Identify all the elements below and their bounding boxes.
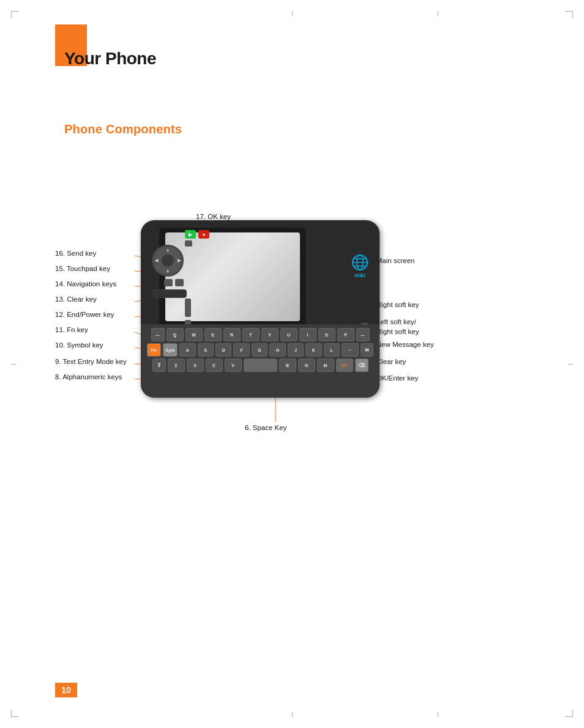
keyboard-row-1: — Q W E R T Y U I O P — bbox=[147, 328, 373, 341]
touchpad-key[interactable] bbox=[185, 240, 192, 247]
att-logo: at&t bbox=[348, 239, 372, 294]
key-r[interactable]: R bbox=[223, 328, 241, 341]
key-u[interactable]: U bbox=[280, 328, 298, 341]
lg-logo: LG bbox=[263, 309, 277, 318]
right-soft-key-left[interactable] bbox=[175, 279, 184, 286]
key-o[interactable]: O bbox=[318, 328, 335, 341]
key-a[interactable]: A bbox=[179, 343, 195, 357]
key-b[interactable]: B bbox=[279, 358, 296, 372]
key-dash-left[interactable]: — bbox=[151, 328, 165, 341]
tick-bot-right bbox=[438, 712, 438, 717]
key-z[interactable]: Z bbox=[168, 358, 185, 372]
key-shift[interactable]: ⇧ bbox=[152, 358, 166, 372]
section-heading: Phone Components bbox=[64, 122, 182, 136]
annotation-8: 8. Alphanumeric keys bbox=[55, 373, 122, 381]
key-q[interactable]: Q bbox=[167, 328, 184, 341]
key-sym[interactable]: Sym bbox=[163, 343, 178, 357]
corner-mark-tr bbox=[566, 11, 573, 18]
annotation-6: 6. Space Key bbox=[245, 424, 286, 431]
keyboard-row-2: Fn Sym A S D F G H J K L ← ✉ bbox=[147, 343, 373, 357]
key-message[interactable]: ✉ bbox=[361, 343, 373, 357]
annotation-9: 9. Text Entry Mode key bbox=[55, 358, 127, 365]
key-h[interactable]: H bbox=[269, 343, 285, 357]
key-dash-right[interactable]: — bbox=[356, 328, 370, 341]
key-space[interactable] bbox=[244, 358, 277, 372]
key-n[interactable]: N bbox=[298, 358, 315, 372]
key-backspace[interactable]: ← bbox=[342, 343, 359, 357]
key-m[interactable]: M bbox=[317, 358, 334, 372]
key-w[interactable]: W bbox=[185, 328, 203, 341]
clear-key-left[interactable] bbox=[164, 279, 173, 286]
key-e[interactable]: E bbox=[204, 328, 222, 341]
annotation-12: 12. End/Power key bbox=[55, 311, 114, 318]
key-v[interactable]: V bbox=[225, 358, 242, 372]
tick-right-top bbox=[568, 364, 573, 365]
keyboard-area: — Q W E R T Y U I O P — Fn Sym A S D F bbox=[141, 324, 380, 398]
key-s[interactable]: S bbox=[198, 343, 214, 357]
nav-right-arrow: ▶ bbox=[178, 258, 181, 263]
annotation-10: 10. Symbol key bbox=[55, 341, 103, 349]
key-c[interactable]: C bbox=[206, 358, 223, 372]
phone-diagram: 16. Send key 15. Touchpad key 14. Naviga… bbox=[55, 190, 471, 447]
nav-arrows: ▲ ▼ ◀ ▶ bbox=[153, 246, 182, 275]
corner-mark-bl bbox=[11, 710, 18, 717]
key-x[interactable]: X bbox=[187, 358, 204, 372]
key-t[interactable]: T bbox=[242, 328, 260, 341]
nav-left-arrow: ◀ bbox=[155, 258, 158, 263]
key-i[interactable]: I bbox=[299, 328, 316, 341]
nav-up-arrow: ▲ bbox=[166, 248, 170, 252]
end-key[interactable]: ● bbox=[198, 230, 209, 239]
phone-body: at&t ▶ ● ▲ ▼ bbox=[141, 220, 380, 398]
key-l[interactable]: L bbox=[324, 343, 340, 357]
nav-down-arrow: ▼ bbox=[166, 269, 170, 273]
annotation-17: 17. OK key bbox=[196, 213, 231, 220]
left-indicator bbox=[185, 299, 191, 317]
key-ok[interactable]: OK bbox=[336, 358, 353, 372]
annotation-16: 16. Send key bbox=[55, 250, 96, 257]
key-fn[interactable]: Fn bbox=[147, 343, 161, 357]
page-number-box: 10 bbox=[55, 683, 77, 697]
send-key[interactable]: ▶ bbox=[185, 230, 196, 239]
navigation-keys[interactable]: ▲ ▼ ◀ ▶ bbox=[152, 245, 184, 277]
annotation-15: 15. Touchpad key bbox=[55, 265, 110, 272]
annotation-13: 13. Clear key bbox=[55, 295, 97, 303]
key-y[interactable]: Y bbox=[261, 328, 279, 341]
key-f[interactable]: F bbox=[233, 343, 249, 357]
tick-left-top bbox=[11, 364, 16, 365]
tick-top-left bbox=[292, 11, 293, 16]
tick-top-right bbox=[438, 11, 438, 16]
corner-mark-br bbox=[566, 710, 573, 717]
key-clear-bottom[interactable]: ⌫ bbox=[355, 358, 369, 372]
key-g[interactable]: G bbox=[252, 343, 268, 357]
tick-bot-left bbox=[292, 712, 293, 717]
end-power-key[interactable] bbox=[153, 289, 187, 298]
page-number: 10 bbox=[61, 685, 71, 695]
key-d[interactable]: D bbox=[215, 343, 231, 357]
annotation-11: 11. Fn key bbox=[55, 326, 88, 333]
page-title: Your Phone bbox=[64, 49, 156, 69]
key-j[interactable]: J bbox=[288, 343, 304, 357]
key-k[interactable]: K bbox=[305, 343, 321, 357]
corner-mark-tl bbox=[11, 11, 18, 18]
key-p[interactable]: P bbox=[337, 328, 354, 341]
keyboard-row-3: ⇧ Z X C V B N M OK ⌫ bbox=[147, 358, 373, 372]
annotation-14: 14. Navigation keys bbox=[55, 280, 116, 288]
